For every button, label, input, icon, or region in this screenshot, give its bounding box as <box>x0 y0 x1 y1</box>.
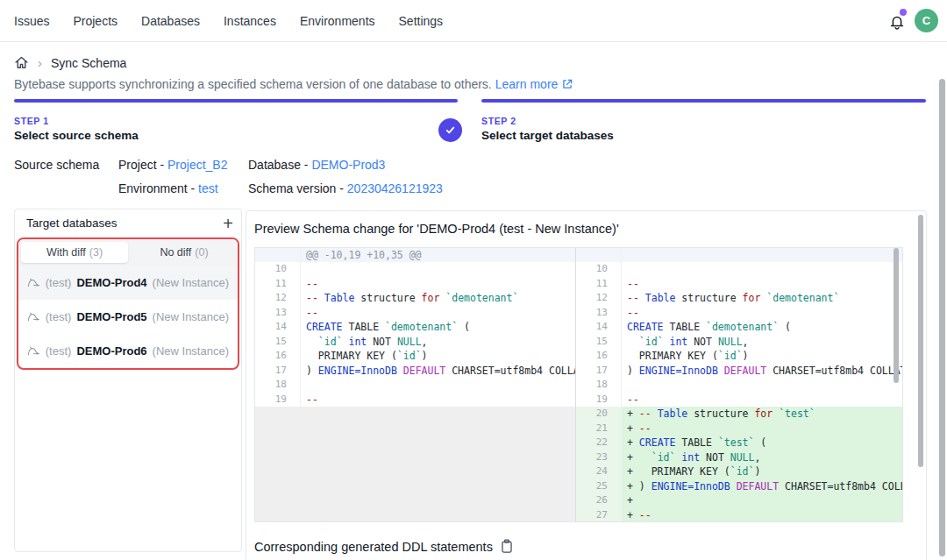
learn-more-link[interactable]: Learn more <box>495 77 559 91</box>
db-name: DEMO-Prod4 <box>76 276 146 289</box>
mysql-icon <box>27 276 40 289</box>
source-schema-label: Source schema <box>14 158 99 172</box>
line-number: 18 <box>255 378 301 393</box>
tab-label: No diff <box>160 246 191 259</box>
mysql-icon <box>27 310 40 323</box>
nav-item-environments[interactable]: Environments <box>300 14 375 28</box>
line-number: 17 <box>576 364 622 379</box>
diff-line-14: 14CREATE TABLE `demotenant` ( <box>255 320 575 335</box>
diff-line-12: 12-- Table structure for `demotenant` <box>255 291 575 306</box>
preview-panel-scrollbar[interactable] <box>918 215 923 467</box>
code-text <box>301 378 575 393</box>
diff-pane-original[interactable]: @@ -10,19 +10,35 @@ 1011--12-- Table str… <box>255 248 576 521</box>
diff-line-17: 17) ENGINE=InnoDB DEFAULT CHARSET=utf8mb… <box>576 364 902 379</box>
code-text: -- <box>622 393 902 408</box>
source-environment-field: Environment - test <box>118 181 218 195</box>
external-link-icon[interactable] <box>561 78 573 90</box>
target-databases-highlighted-box: With diff(3)No diff(0) (test)DEMO-Prod4(… <box>17 237 239 370</box>
diff-added-line-20: 20+ -- Table structure for `test` <box>576 407 902 422</box>
database-link[interactable]: DEMO-Prod3 <box>311 158 385 172</box>
code-text: + PRIMARY KEY (`id`) <box>622 464 902 479</box>
diff-added-line-21: 21+ -- <box>576 422 902 436</box>
diff-added-line-27: 27+ -- <box>576 508 902 522</box>
preview-title: Preview Schema change for 'DEMO-Prod4 (t… <box>254 222 619 236</box>
nav-item-projects[interactable]: Projects <box>73 14 117 28</box>
code-text: + -- <box>622 508 902 522</box>
target-database-item-demo-prod5[interactable]: (test)DEMO-Prod5(New Instance) <box>18 300 238 334</box>
page-description: Bytebase supports synchronizing a specif… <box>14 77 573 91</box>
target-databases-header: Target databases + <box>15 209 241 237</box>
line-number: 16 <box>576 349 622 364</box>
code-text: -- <box>622 277 902 292</box>
line-number: 16 <box>255 349 301 364</box>
step-1-progress-bar <box>14 99 458 103</box>
step-1: STEP 1 Select source schema <box>14 99 458 142</box>
schema-diff-editor[interactable]: @@ -10,19 +10,35 @@ 1011--12-- Table str… <box>254 247 903 522</box>
target-databases-panel: Target databases + With diff(3)No diff(0… <box>14 209 242 552</box>
mysql-icon <box>27 344 40 358</box>
chevron-right-icon: › <box>38 56 42 69</box>
diff-added-line-25: 25+ ) ENGINE=InnoDB DEFAULT CHARSET=utf8… <box>576 479 902 494</box>
source-schema-version-field: Schema version - 20230426121923 <box>248 181 443 195</box>
diff-line-15: 15 `id` int NOT NULL, <box>255 335 575 350</box>
copy-clipboard-icon[interactable] <box>500 539 514 554</box>
schema-version-field-label: Schema version - <box>248 181 344 195</box>
tab-with-diff[interactable]: With diff(3) <box>21 242 128 263</box>
code-text: -- <box>301 277 575 292</box>
diff-line-18: 18 <box>255 378 575 393</box>
code-text: + `id` int NOT NULL, <box>622 450 902 465</box>
diff-pane-modified[interactable]: 1011--12-- Table structure for `demotena… <box>576 248 902 521</box>
target-database-item-demo-prod4[interactable]: (test)DEMO-Prod4(New Instance) <box>18 266 238 300</box>
nav-item-databases[interactable]: Databases <box>141 14 200 28</box>
line-number: 13 <box>255 306 301 321</box>
line-number: 12 <box>576 291 622 306</box>
line-number: 12 <box>255 291 301 306</box>
nav-item-issues[interactable]: Issues <box>14 14 49 28</box>
code-text: `id` int NOT NULL, <box>622 335 902 350</box>
diff-line-10: 10 <box>255 262 575 277</box>
environment-link[interactable]: test <box>198 181 218 195</box>
line-number: 13 <box>576 306 622 321</box>
nav-item-settings[interactable]: Settings <box>399 14 444 28</box>
db-instance-note: (New Instance) <box>153 344 229 358</box>
diff-line-13: 13-- <box>255 306 575 321</box>
notification-dot <box>900 9 907 16</box>
code-text: PRIMARY KEY (`id`) <box>301 349 575 364</box>
tab-no-diff[interactable]: No diff(0) <box>131 239 238 266</box>
ddl-statements-section: Corresponding generated DDL statements <box>254 539 514 554</box>
page-scrollbar[interactable] <box>939 79 945 556</box>
line-number: 21 <box>576 422 622 436</box>
line-number: 14 <box>576 320 622 335</box>
main-nav: IssuesProjectsDatabasesInstancesEnvironm… <box>14 0 443 41</box>
code-text: CREATE TABLE `demotenant` ( <box>301 320 575 335</box>
schema-preview-panel: Preview Schema change for 'DEMO-Prod4 (t… <box>246 210 927 560</box>
add-target-database-button[interactable]: + <box>223 213 233 234</box>
diff-line-15: 15 `id` int NOT NULL, <box>576 335 902 350</box>
step-2: STEP 2 Select target databases <box>481 99 926 142</box>
line-number: 10 <box>576 262 622 277</box>
notification-bell-button[interactable] <box>887 11 907 31</box>
schema-version-link[interactable]: 20230426121923 <box>347 181 443 195</box>
diff-line-14: 14CREATE TABLE `demotenant` ( <box>576 320 902 335</box>
user-avatar[interactable]: C <box>915 9 938 32</box>
home-icon[interactable] <box>14 55 29 70</box>
page-title: Sync Schema <box>51 56 126 70</box>
diff-added-line-23: 23+ `id` int NOT NULL, <box>576 450 902 465</box>
nav-item-instances[interactable]: Instances <box>224 14 276 28</box>
diff-line-12: 12-- Table structure for `demotenant` <box>576 291 902 306</box>
source-database-field: Database - DEMO-Prod3 <box>248 158 385 172</box>
code-text: + <box>622 493 902 508</box>
top-nav-bar: IssuesProjectsDatabasesInstancesEnvironm… <box>0 0 947 42</box>
description-text: Bytebase supports synchronizing a specif… <box>14 77 492 91</box>
editor-scrollbar[interactable] <box>894 248 899 383</box>
db-environment: (test) <box>46 310 72 323</box>
code-text: + -- Table structure for `test` <box>622 407 902 422</box>
line-number: 23 <box>576 450 622 465</box>
project-link[interactable]: Project_B2 <box>167 158 227 172</box>
target-database-item-demo-prod6[interactable]: (test)DEMO-Prod6(New Instance) <box>18 334 238 368</box>
diff-line-11: 11-- <box>255 277 575 292</box>
code-text: + CREATE TABLE `test` ( <box>622 436 902 450</box>
check-icon <box>444 124 457 137</box>
diff-added-line-24: 24+ PRIMARY KEY (`id`) <box>576 464 902 479</box>
line-number: 26 <box>576 493 622 508</box>
